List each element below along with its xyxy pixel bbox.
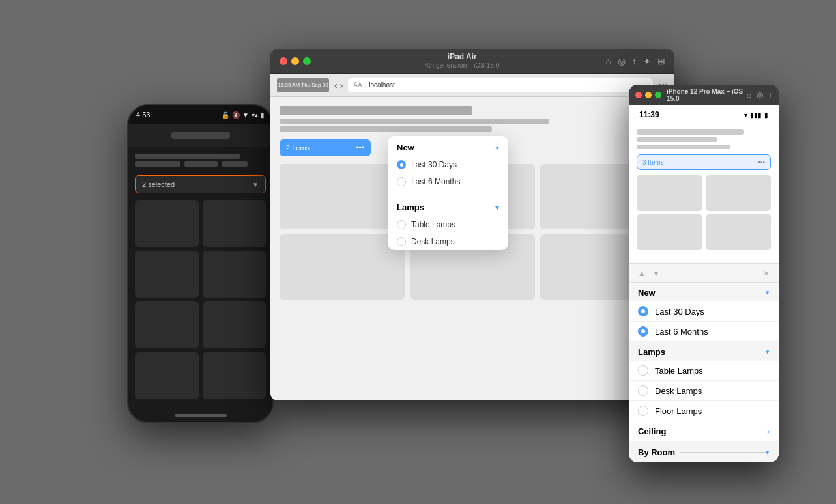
ipad-url-bar[interactable]: AA | localhost (348, 78, 653, 92)
iphone-battery-icon: ▮ (764, 111, 768, 119)
android-select-bar[interactable]: 2 selected ▼ (135, 175, 266, 193)
iphone-share-icon[interactable]: ↑ (768, 91, 772, 100)
iphone-popup-lamps-section-header[interactable]: Lamps ▾ (629, 342, 779, 361)
ipad-filter-more-icon[interactable]: ••• (356, 143, 364, 152)
iphone-popup-label-floorlamps: Floor Lamps (655, 406, 702, 416)
ipad-browser-bar: 11:39 AM Thu Sep 30 ‹ › AA | localhost •… (270, 74, 674, 97)
iphone-popup-lamps-item-3[interactable]: Floor Lamps (629, 401, 779, 421)
iphone-home-icon[interactable]: ⌂ (747, 91, 751, 100)
iphone-header-skeleton (637, 129, 771, 149)
iphone-grid-item-1 (637, 175, 702, 211)
android-status-icons: 🔒 🔇 ▼ ▾▴ ▮ (222, 111, 265, 119)
traffic-red[interactable] (280, 57, 287, 65)
ipad-body: 11:39 AM Thu Sep 30 ‹ › AA | localhost •… (270, 74, 674, 400)
dropdown-label-desklamps: Desk Lamps (411, 237, 455, 246)
popup-close-icon[interactable]: ✕ (763, 269, 770, 278)
iphone-grid-item-4 (706, 214, 771, 250)
dropdown-new-chevron: ▾ (495, 143, 499, 152)
iphone-popup-label-desklamps: Desk Lamps (655, 386, 702, 396)
ipad-status-bar-display: 11:39 AM Thu Sep 30 (277, 78, 329, 92)
ipad-grid-icon[interactable]: ⊞ (657, 56, 665, 66)
iphone-popup-radio-last6[interactable] (638, 326, 648, 337)
iphone-popup-radio-desklamps[interactable] (638, 385, 648, 396)
dropdown-lamps-item-2[interactable]: Desk Lamps (388, 233, 508, 250)
dropdown-new-item-1[interactable]: Last 30 Days (388, 156, 508, 173)
iphone-popup-lamps-header: Lamps ▾ (629, 342, 779, 361)
ipad-filter-bar[interactable]: 2 Items ••• (280, 139, 371, 156)
iphone-traffic-yellow[interactable] (645, 92, 652, 98)
android-grid-item-1 (135, 200, 199, 247)
android-header-title-skeleton (171, 132, 230, 139)
iphone-traffic-green[interactable] (655, 92, 661, 98)
dropdown-new-header[interactable]: New ▾ (388, 136, 508, 156)
android-status-bar: 4:53 🔒 🔇 ▼ ▾▴ ▮ (128, 105, 272, 124)
iphone-popup-radio-tablelamps[interactable] (638, 365, 648, 376)
iphone-popup-nav: ▲ ▼ ✕ (629, 269, 779, 283)
android-grid-item-3 (135, 251, 199, 298)
dropdown-radio-last30[interactable] (397, 160, 406, 169)
iphone-title-skeleton (637, 129, 744, 135)
iphone-wifi-icon: ▾ (744, 111, 747, 119)
iphone-popup-new-title: New (638, 288, 656, 298)
forward-icon[interactable]: › (340, 80, 343, 91)
traffic-yellow[interactable] (291, 57, 299, 65)
iphone-popup-lamps-chevron: ▾ (766, 348, 770, 356)
ipad-home-icon[interactable]: ⌂ (606, 56, 611, 66)
popup-up-icon[interactable]: ▲ (638, 269, 646, 278)
iphone-camera-icon[interactable]: ◎ (757, 91, 763, 100)
iphone-popup-new-section-header[interactable]: New ▾ (629, 283, 779, 301)
android-text-skeletons (135, 154, 266, 170)
iphone-title-icons: ⌂ ◎ ↑ (747, 91, 772, 100)
iphone-popup-radio-last30[interactable] (638, 306, 648, 316)
ipad-title-skeleton (280, 106, 472, 115)
iphone-popup-nav-arrows: ▲ ▼ (638, 269, 660, 278)
traffic-green[interactable] (303, 57, 311, 65)
iphone-popup-radio-floorlamps[interactable] (638, 406, 648, 416)
dropdown-lamps-title: Lamps (397, 203, 424, 212)
iphone-time: 11:39 (639, 110, 659, 119)
iphone-traffic-red[interactable] (635, 92, 642, 98)
iphone-grid (637, 175, 771, 250)
iphone-popup-new-item-2[interactable]: Last 6 Months (629, 322, 779, 342)
dropdown-radio-tablelamps[interactable] (397, 220, 406, 229)
iphone-popup-byroom-label: By Room (638, 447, 675, 457)
dropdown-lamps-item-1[interactable]: Table Lamps (388, 216, 508, 233)
dropdown-new-item-2[interactable]: Last 6 Months (388, 173, 508, 190)
android-grid (135, 200, 266, 399)
text-skeleton-1 (135, 154, 240, 159)
ipad-settings-icon[interactable]: ✦ (643, 56, 651, 66)
dropdown-radio-desklamps[interactable] (397, 237, 406, 246)
ipad-dropdown: New ▾ Last 30 Days Last 6 Months (388, 136, 508, 250)
android-time: 4:53 (136, 111, 150, 119)
lock-icon: 🔒 (222, 111, 229, 119)
dropdown-divider-1 (388, 193, 508, 193)
text-skeleton-row (135, 161, 266, 170)
ipad-share-icon[interactable]: ↑ (632, 56, 637, 66)
iphone-title-main: iPhone 12 Pro Max – iOS 15.0 (667, 88, 747, 102)
iphone-popup-new-item-1[interactable]: Last 30 Days (629, 301, 779, 322)
iphone-filter-bar[interactable]: 3 Items ••• (637, 154, 771, 170)
ipad-titlebar: iPad Air 4th generation – iOS 16.0 ⌂ ◎ ↑… (270, 49, 674, 74)
android-grid-item-7 (135, 352, 199, 399)
iphone-popup-byroom-line (680, 452, 766, 453)
dropdown-label-last30: Last 30 Days (411, 160, 457, 169)
ipad-title-icons: ⌂ ◎ ↑ ✦ ⊞ (606, 56, 665, 66)
iphone-popup-label-last6: Last 6 Months (655, 327, 708, 337)
iphone-popup-ceiling-row[interactable]: Ceiling › (629, 421, 779, 442)
iphone-popup-lamps-item-2[interactable]: Desk Lamps (629, 381, 779, 401)
dropdown-radio-last6[interactable] (397, 177, 406, 186)
popup-down-icon[interactable]: ▼ (652, 269, 660, 278)
iphone-popup-lamps-item-1[interactable]: Table Lamps (629, 361, 779, 381)
android-home-indicator (175, 414, 227, 417)
back-icon[interactable]: ‹ (334, 80, 338, 91)
iphone-status-bar: 11:39 ▾ ▮▮▮ ▮ (629, 105, 779, 124)
iphone-titlebar: iPhone 12 Pro Max – iOS 15.0 ⌂ ◎ ↑ (629, 85, 779, 105)
wifi-icon: ▾▴ (252, 111, 258, 119)
iphone-filter-more-icon[interactable]: ••• (758, 159, 765, 166)
dropdown-lamps-section: Lamps ▾ Table Lamps Desk Lamps (388, 196, 508, 250)
dropdown-lamps-header[interactable]: Lamps ▾ (388, 196, 508, 216)
ipad-grid-item-4 (280, 234, 405, 300)
ipad-title-main: iPad Air (319, 52, 606, 61)
iphone-popup-byroom-row[interactable]: By Room ▾ (629, 442, 779, 462)
ipad-camera-icon[interactable]: ◎ (618, 56, 626, 66)
